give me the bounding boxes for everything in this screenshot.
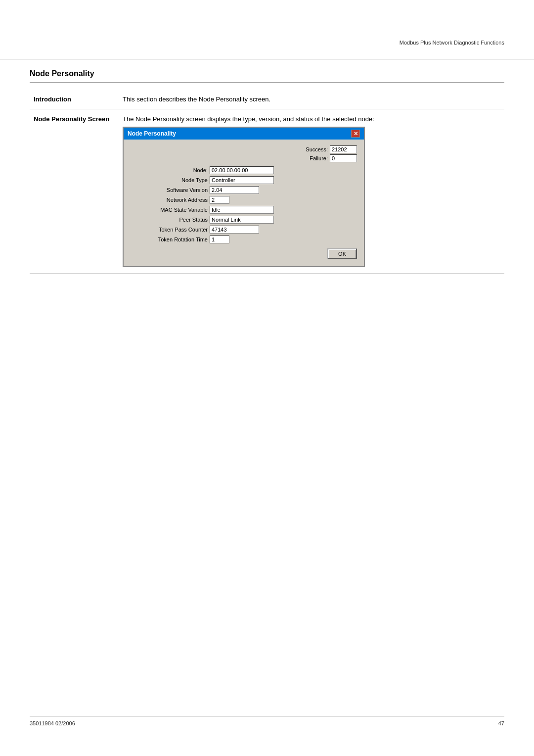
field-label-software-version: Software Version — [131, 187, 210, 193]
failure-row: Failure: 0 — [303, 154, 357, 162]
table-row: Introduction This section describes the … — [30, 90, 504, 109]
field-label-mac-state: MAC State Variable — [131, 207, 210, 213]
field-value-mac-state: Idle — [210, 206, 274, 214]
field-row-network-address: Network Address 2 — [131, 196, 357, 204]
field-label-node: Node: — [131, 167, 210, 173]
dialog-title: Node Personality — [128, 130, 176, 137]
section-title: Node Personality — [30, 69, 504, 83]
field-value-node-type: Controller — [210, 176, 274, 184]
field-value-token-rotation-time: 1 — [210, 236, 229, 243]
row-label-introduction: Introduction — [30, 90, 119, 109]
field-value-peer-status: Normal Link — [210, 216, 274, 224]
field-row-token-rotation-time: Token Rotation Time 1 — [131, 236, 357, 243]
footer-left: 35011984 02/2006 — [30, 720, 75, 726]
dialog-fields: Node: 02.00.00.00.00 Node Type Controlle… — [131, 166, 357, 243]
field-value-token-pass-counter: 47143 — [210, 226, 259, 234]
failure-label: Failure: — [303, 155, 328, 161]
row-content-introduction: This section describes the Node Personal… — [119, 90, 504, 109]
success-failure-section: Success: 21202 Failure: 0 — [303, 145, 357, 162]
field-label-token-rotation-time: Token Rotation Time — [131, 236, 210, 242]
field-value-software-version: 2.04 — [210, 186, 259, 194]
top-section: Modbus Plus Network Diagnostic Functions — [0, 0, 534, 59]
dialog-body: Success: 21202 Failure: 0 — [124, 140, 364, 266]
field-row-peer-status: Peer Status Normal Link — [131, 216, 357, 224]
field-row-node-type: Node Type Controller — [131, 176, 357, 184]
field-row-software-version: Software Version 2.04 — [131, 186, 357, 194]
field-row-node: Node: 02.00.00.00.00 — [131, 166, 357, 174]
field-label-node-type: Node Type — [131, 177, 210, 183]
field-label-peer-status: Peer Status — [131, 217, 210, 223]
ok-button[interactable]: OK — [327, 248, 357, 259]
field-value-node: 02.00.00.00.00 — [210, 166, 274, 174]
field-value-network-address: 2 — [210, 196, 229, 204]
failure-value: 0 — [330, 154, 357, 162]
dialog-top-row: Success: 21202 Failure: 0 — [131, 145, 357, 162]
footer-right: 47 — [498, 720, 504, 726]
header-subtitle: Modbus Plus Network Diagnostic Functions — [0, 0, 534, 50]
success-row: Success: 21202 — [303, 145, 357, 153]
field-row-mac-state: MAC State Variable Idle — [131, 206, 357, 214]
dialog-titlebar: Node Personality ✕ — [124, 128, 364, 140]
field-label-token-pass-counter: Token Pass Counter — [131, 227, 210, 233]
main-content: Node Personality Introduction This secti… — [0, 59, 534, 293]
field-row-token-pass-counter: Token Pass Counter 47143 — [131, 226, 357, 234]
dialog-close-button[interactable]: ✕ — [351, 130, 360, 138]
field-label-network-address: Network Address — [131, 197, 210, 203]
row-content-node-personality-screen: The Node Personality screen displays the… — [119, 109, 504, 274]
success-value: 21202 — [330, 145, 357, 153]
page: Modbus Plus Network Diagnostic Functions… — [0, 0, 534, 756]
page-footer: 35011984 02/2006 47 — [30, 716, 504, 726]
success-label: Success: — [303, 146, 328, 152]
section-table: Introduction This section describes the … — [30, 90, 504, 274]
row-label-node-personality-screen: Node Personality Screen — [30, 109, 119, 274]
table-row: Node Personality Screen The Node Persona… — [30, 109, 504, 274]
dialog-footer: OK — [131, 248, 357, 259]
node-personality-dialog: Node Personality ✕ Success: — [123, 127, 365, 267]
